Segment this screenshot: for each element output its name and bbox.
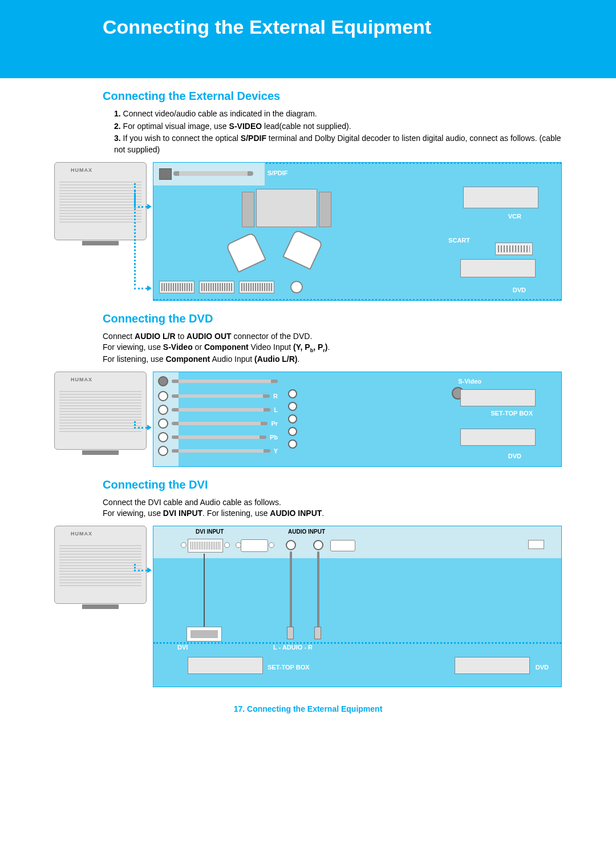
page-number: 17. [234, 704, 245, 713]
rca-port-icon [158, 432, 168, 442]
scart-slot-icon [199, 281, 234, 293]
rca-port-icon [158, 446, 168, 456]
tv-rear-panel-illustration: HUMAX [54, 526, 147, 604]
dotted-arrow-connector [134, 564, 147, 571]
section-heading-external-devices: Connecting the External Devices [103, 90, 616, 103]
svideo-label: S-Video [458, 378, 481, 385]
dvi-connector-head-icon [187, 627, 222, 642]
settop-label: SET-TOP BOX [268, 664, 310, 671]
dvd-label: DVD [508, 453, 521, 459]
scart-slot-icon [239, 281, 274, 293]
dvi-port-icon [188, 539, 223, 552]
rca-port-icon [158, 405, 168, 415]
vga-port-icon [330, 540, 355, 551]
optical-cable-icon [173, 171, 253, 176]
step-2: 2. For optimal visual image, use S-VIDEO… [114, 121, 562, 132]
section-heading-dvi: Connecting the DVI [103, 478, 616, 491]
spdif-label: S/PDIF [268, 170, 287, 176]
dvd-instructions: Connect AUDIO L/R to AUDIO OUT connector… [103, 331, 562, 365]
audio-jack-icon [314, 627, 321, 639]
dvi-cable-icon [204, 554, 205, 628]
audio-rca-port-icon [286, 540, 296, 550]
connection-diagram-panel-3: DVI INPUT AUDIO INPUT DVI L - ADUIO - R … [153, 526, 562, 687]
dotted-arrow-connector [134, 421, 147, 429]
diagram-external-devices: HUMAX S/PDIF VCR SCART DVD [54, 162, 562, 301]
rca-port-icon [158, 391, 168, 401]
step-3: 3. If you wish to connect the optical S/… [114, 133, 562, 155]
vcr-illustration [463, 187, 538, 208]
settop-box-illustration [460, 389, 536, 406]
dvd-label: DVD [513, 287, 526, 293]
scart-slot-icon [159, 281, 194, 293]
dvd-label: DVD [536, 664, 549, 671]
dvd-illustration [460, 429, 536, 446]
diagram-dvd: HUMAX R L Pr Pb Y S-Video SET-TOP BOX DV… [54, 372, 562, 467]
scart-port-icon [495, 243, 533, 255]
scart-cable-head-icon [282, 229, 323, 270]
rectangular-port-icon [528, 540, 544, 549]
connection-diagram-panel-1: S/PDIF VCR SCART DVD [153, 162, 562, 301]
dvi-instructions: Connect the DVI cable and Audio cable as… [103, 497, 562, 519]
page-title: Connecting the External Equipment [103, 16, 431, 38]
amplifier-illustration [256, 189, 317, 227]
audio-input-label: AUDIO INPUT [288, 529, 325, 535]
audio-rca-port-icon [313, 540, 323, 550]
round-port-icon [290, 281, 303, 293]
rca-port-icon [158, 418, 168, 429]
connection-diagram-panel-2: R L Pr Pb Y S-Video SET-TOP BOX DVD [153, 372, 562, 467]
tv-rear-panel-illustration: HUMAX [54, 372, 147, 450]
settop-label: SET-TOP BOX [491, 410, 533, 417]
audio-cable-icon [290, 551, 292, 628]
vcr-label: VCR [508, 213, 521, 220]
svideo-port-icon [158, 376, 168, 386]
dvi-caption: DVI [177, 644, 188, 651]
diagram-dvi: HUMAX DVI INPUT AUDIO INPUT DVI L - ADUI… [54, 526, 562, 687]
page-footer: 17. Connecting the External Equipment [0, 704, 616, 713]
dotted-arrow-connector [134, 191, 147, 289]
dvi-input-label: DVI INPUT [196, 529, 224, 535]
dvd-illustration [460, 259, 536, 277]
footer-title: Connecting the External Equipment [247, 704, 382, 713]
settop-box-illustration [188, 657, 263, 674]
audio-jack-icon [287, 627, 294, 639]
audio-lr-caption: L - ADUIO - R [273, 644, 313, 651]
page-title-band: Connecting the External Equipment [0, 0, 616, 78]
section-heading-dvd: Connecting the DVD [103, 312, 616, 325]
cable-icon [172, 380, 278, 383]
dvd-illustration [455, 657, 530, 674]
scart-label: SCART [448, 237, 470, 244]
external-devices-steps: 1. Connect video/audio cable as indicate… [103, 108, 562, 155]
vga-port-icon [241, 539, 268, 552]
step-1: 1. Connect video/audio cable as indicate… [114, 108, 562, 120]
spdif-port-icon [159, 168, 172, 180]
audio-cable-icon [317, 551, 319, 628]
tv-rear-panel-illustration: HUMAX [54, 162, 147, 240]
scart-cable-head-icon [225, 232, 266, 273]
